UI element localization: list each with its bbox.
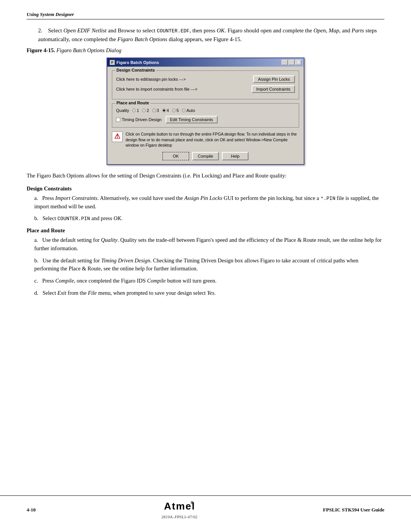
radio-circle-3 <box>152 109 156 112</box>
timing-label: Timing Driven Design <box>122 117 162 122</box>
figure-caption: Figure 4-15. Figaro Batch Options Dialog <box>27 47 384 54</box>
atmel-logo: Atmel ® <box>164 499 194 514</box>
quality-label: Quality <box>116 108 129 113</box>
footer-right-text: FPSLIC STK594 User Guide <box>323 507 384 513</box>
figure-label: Figure 4-15. <box>27 47 55 53</box>
dialog-wrapper: F Figaro Batch Options _ □ ✕ Design Cons… <box>27 58 384 165</box>
assign-pin-locks-label: Click here to edit/assign pin locks ---> <box>116 77 186 81</box>
close-button[interactable]: ✕ <box>295 60 301 65</box>
body-intro-text: The Figaro Batch Options allows for the … <box>27 172 384 180</box>
pr-item-c: c. Press Compile, once completed the Fig… <box>34 277 384 285</box>
restore-button[interactable]: □ <box>288 60 295 65</box>
radio-label-4: 4 <box>167 108 169 113</box>
intro-item-2: 2. Select Open EDIF Netlist and Browse t… <box>38 26 384 43</box>
radio-label-2: 2 <box>147 108 149 113</box>
import-constraints-label: Click here to import constraints from fi… <box>116 87 198 91</box>
radio-circle-1 <box>132 109 136 112</box>
design-constraints-group: Design Constraints Click here to edit/as… <box>112 70 299 99</box>
info-text: Click on Compile button to run through t… <box>126 131 299 148</box>
figure-title: Figaro Batch Options Dialog <box>56 47 121 53</box>
place-and-route-title: Place and Route <box>115 101 150 105</box>
assign-pin-locks-row: Click here to edit/assign pin locks --->… <box>116 75 295 83</box>
timing-checkbox-item[interactable]: Timing Driven Design <box>116 117 162 122</box>
import-constraints-button[interactable]: Import Constraints <box>252 85 295 93</box>
import-constraints-row: Click here to import constraints from fi… <box>116 85 295 93</box>
radio-circle-auto <box>182 109 186 112</box>
minimize-button[interactable]: _ <box>282 60 288 65</box>
dialog-buttons-row: OK Compile Help <box>112 152 299 160</box>
figaro-batch-options-dialog: F Figaro Batch Options _ □ ✕ Design Cons… <box>107 58 304 165</box>
quality-radio-4[interactable]: 4 <box>162 108 169 113</box>
quality-radio-2[interactable]: 2 <box>142 108 149 113</box>
design-constraints-content: Click here to edit/assign pin locks --->… <box>116 75 295 93</box>
intro-text: Select Open EDIF Netlist and Browse to s… <box>38 27 377 42</box>
radio-label-1: 1 <box>137 108 139 113</box>
info-box: ⚠ Click on Compile button to run through… <box>112 131 299 148</box>
dialog-titlebar: F Figaro Batch Options _ □ ✕ <box>107 58 304 67</box>
timing-checkbox[interactable] <box>116 118 120 122</box>
header-text: Using System Designer <box>27 11 74 17</box>
quality-radio-auto[interactable]: Auto <box>182 108 195 113</box>
place-and-route-list: a. Use the default setting for Quality. … <box>34 236 384 297</box>
quality-radio-1[interactable]: 1 <box>132 108 139 113</box>
section-header: Using System Designer <box>27 11 384 19</box>
edit-timing-constraints-button[interactable]: Edit Timing Constraints <box>166 116 218 123</box>
place-and-route-group: Place and Route Quality 1 2 <box>112 103 299 128</box>
titlebar-left: F Figaro Batch Options <box>110 60 159 65</box>
design-constraints-title: Design Constraints <box>115 68 156 72</box>
radio-label-5: 5 <box>177 108 179 113</box>
svg-text:Atmel: Atmel <box>164 500 194 512</box>
dialog-title: Figaro Batch Options <box>116 60 159 65</box>
quality-radio-5[interactable]: 5 <box>172 108 179 113</box>
compile-button[interactable]: Compile <box>192 152 219 160</box>
titlebar-buttons: _ □ ✕ <box>282 60 301 65</box>
dialog-app-icon: F <box>110 60 115 65</box>
page-footer: 4-10 Atmel ® 2819A–FPSLI–07/02 FPSLIC ST… <box>0 495 411 521</box>
dc-item-b: b. Select COUNTER.PIN and press OK. <box>34 214 384 223</box>
pr-item-b: b. Use the default setting for Timing Dr… <box>34 257 384 273</box>
radio-circle-4 <box>162 109 166 112</box>
dc-item-a: a. Press Import Constraints. Alternative… <box>34 194 384 211</box>
quality-radio-3[interactable]: 3 <box>152 108 159 113</box>
place-and-route-content: Quality 1 2 3 <box>116 108 295 123</box>
info-icon: ⚠ <box>112 131 123 142</box>
ok-button[interactable]: OK <box>162 152 189 160</box>
radio-label-3: 3 <box>157 108 159 113</box>
dialog-body: Design Constraints Click here to edit/as… <box>107 67 304 164</box>
footer-logo-area: Atmel ® 2819A–FPSLI–07/02 <box>161 499 198 521</box>
pr-item-a: a. Use the default setting for Quality. … <box>34 236 384 253</box>
help-button[interactable]: Help <box>222 152 249 160</box>
svg-text:®: ® <box>191 501 194 505</box>
radio-label-auto: Auto <box>186 108 195 113</box>
item-number: 2. <box>38 27 47 34</box>
assign-pin-locks-button[interactable]: Assign Pin Locks <box>253 75 295 83</box>
atmel-logo-svg: Atmel ® <box>164 499 194 512</box>
page-number-text: 4-10 <box>27 507 36 513</box>
design-constraints-list: a. Press Import Constraints. Alternative… <box>34 194 384 223</box>
design-constraints-heading: Design Constraints <box>27 185 384 192</box>
page-number: 4-10 <box>27 507 36 513</box>
footnote: 2819A–FPSLI–07/02 <box>161 514 198 519</box>
radio-circle-2 <box>142 109 146 112</box>
radio-circle-5 <box>172 109 176 112</box>
quality-row: Quality 1 2 3 <box>116 108 295 113</box>
timing-row: Timing Driven Design Edit Timing Constra… <box>116 116 295 123</box>
place-and-route-heading: Place and Route <box>27 227 384 234</box>
pr-item-d: d. Select Exit from the File menu, when … <box>34 289 384 297</box>
